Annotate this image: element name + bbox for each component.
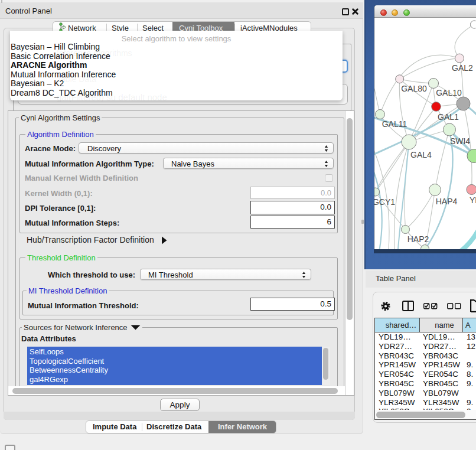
- svg-text:YM: YM: [470, 195, 476, 205]
- svg-text:GAL4: GAL4: [410, 150, 432, 159]
- svg-text:GAL2: GAL2: [452, 63, 473, 73]
- svg-text:GAL10: GAL10: [436, 88, 462, 97]
- svg-text:HAP2: HAP2: [407, 234, 429, 244]
- svg-text:GAL1: GAL1: [438, 112, 459, 122]
- svg-text:GAL80: GAL80: [401, 84, 427, 93]
- svg-text:SWI4: SWI4: [450, 136, 470, 146]
- svg-text:HAP4: HAP4: [436, 197, 458, 206]
- svg-text:GCY1: GCY1: [374, 197, 395, 207]
- svg-text:GAL11: GAL11: [382, 119, 407, 129]
